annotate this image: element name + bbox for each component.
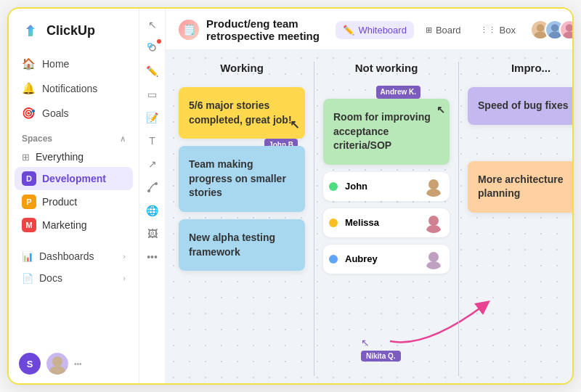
meeting-title: Product/eng team retrospective meeting <box>206 17 328 42</box>
view-board[interactable]: ⊞ Board <box>418 21 468 39</box>
cursor-tool[interactable]: ↖ <box>142 15 163 35</box>
sidebar-item-dashboards[interactable]: 📊 Dashboards › <box>15 245 133 267</box>
note-w2[interactable]: Team making progress on smaller stories <box>179 146 305 212</box>
more-tools[interactable]: ••• <box>142 247 163 267</box>
sidebar-item-notifications-label: Notifications <box>42 83 97 94</box>
docs-icon: 📄 <box>22 273 33 284</box>
svg-point-6 <box>155 182 158 185</box>
sidebar-navigation: 🏠 Home 🔔 Notifications 🎯 Goals <box>9 52 139 125</box>
app-logo[interactable]: ClickUp <box>9 20 139 52</box>
spaces-chevron: ∧ <box>120 134 126 144</box>
bell-icon: 🔔 <box>22 82 35 95</box>
development-dot: D <box>22 171 36 186</box>
aubrey-dot <box>329 255 338 264</box>
divider-1 <box>314 62 314 376</box>
product-dot: P <box>22 195 36 209</box>
spaces-list: ⊞ Everything D Development P Product M M… <box>9 147 139 237</box>
column-improve-header: Impro... <box>468 62 574 80</box>
user-status-icon: ••• <box>74 360 82 368</box>
svg-point-3 <box>150 45 155 51</box>
header-avatars: +2 <box>536 20 574 40</box>
clickup-logo-icon <box>20 20 41 41</box>
space-product-label: Product <box>42 196 77 208</box>
note-i1[interactable]: Speed of bug fixes <box>468 87 574 125</box>
note-nw1[interactable]: Andrew K. ↖ Room for improving acceptanc… <box>323 99 450 165</box>
sidebar-space-product[interactable]: P Product <box>15 190 133 213</box>
person-row-john[interactable]: John <box>323 172 450 201</box>
text-tool[interactable]: T <box>142 131 163 151</box>
john-avatar <box>423 176 444 197</box>
connector-tool[interactable] <box>142 177 163 197</box>
tools-sidebar: ↖ ✏️ ▭ 📝 T ↗ 🌐 🖼 ••• <box>139 9 166 383</box>
sidebar-item-goals-label: Goals <box>42 107 69 119</box>
column-working-header: Working <box>179 62 305 80</box>
view-box[interactable]: ⋮⋮ Box <box>473 21 523 39</box>
cursor-icon-w1: ↖ <box>290 117 299 133</box>
sidebar-bottom: 📊 Dashboards › 📄 Docs › <box>9 245 139 289</box>
aubrey-avatar <box>423 249 444 269</box>
sidebar-space-everything[interactable]: ⊞ Everything <box>15 147 133 167</box>
column-not-working-header: Not working <box>323 62 450 80</box>
space-everything-label: Everything <box>36 151 84 163</box>
box-label: Box <box>500 25 516 36</box>
grid-icon: ⊞ <box>22 152 30 163</box>
pen-tool[interactable]: ✏️ <box>142 61 163 81</box>
john-name: John <box>345 181 367 192</box>
aubrey-name: Aubrey <box>345 253 378 264</box>
avatar-3 <box>559 20 574 40</box>
cursor-label-andrew: Andrew K. <box>376 86 420 99</box>
sidebar: ClickUp 🏠 Home 🔔 Notifications 🎯 Goals S… <box>9 9 139 383</box>
board-icon: ⊞ <box>426 25 432 35</box>
column-not-working: Not working Andrew K. ↖ Room for improvi… <box>317 62 455 376</box>
whiteboard-label: Whiteboard <box>358 25 406 36</box>
sidebar-item-notifications[interactable]: 🔔 Notifications <box>15 77 133 100</box>
sidebar-item-home-label: Home <box>42 58 69 70</box>
main-content: 🗒️ Product/eng team retrospective meetin… <box>166 9 574 383</box>
svg-point-1 <box>52 356 62 367</box>
image-tool[interactable]: 🖼 <box>142 224 163 244</box>
note-w3[interactable]: New alpha testing framework <box>179 219 305 271</box>
dashboards-chevron: › <box>123 252 126 261</box>
svg-point-2 <box>49 366 65 375</box>
view-whiteboard[interactable]: ✏️ Whiteboard <box>336 21 413 39</box>
main-header: 🗒️ Product/eng team retrospective meetin… <box>166 9 574 50</box>
svg-point-15 <box>428 216 439 226</box>
sidebar-item-home[interactable]: 🏠 Home <box>15 52 133 75</box>
melissa-avatar <box>423 213 444 233</box>
column-working: Working 5/6 major stories completed, gre… <box>173 62 311 376</box>
square-tool[interactable]: ▭ <box>142 84 163 105</box>
note-w1[interactable]: 5/6 major stories completed, great job! … <box>179 87 305 139</box>
svg-point-9 <box>551 24 558 31</box>
header-views: ✏️ Whiteboard ⊞ Board ⋮⋮ Box <box>336 21 523 39</box>
svg-point-17 <box>428 252 439 262</box>
shapes-tool[interactable] <box>142 38 163 58</box>
whiteboard-icon: ✏️ <box>343 25 354 36</box>
cursor-icon-nikita: ↖ <box>361 337 370 348</box>
person-row-melissa[interactable]: Melissa <box>323 208 450 237</box>
svg-point-14 <box>426 189 441 197</box>
sidebar-item-docs[interactable]: 📄 Docs › <box>15 267 133 289</box>
arrow-tool[interactable]: ↗ <box>142 154 163 174</box>
board-area: Working 5/6 major stories completed, gre… <box>166 50 574 383</box>
melissa-name: Melissa <box>345 217 379 228</box>
spaces-section-label: Spaces ∧ <box>9 125 139 147</box>
sidebar-item-goals[interactable]: 🎯 Goals <box>15 102 133 125</box>
svg-point-5 <box>147 189 150 192</box>
svg-point-12 <box>563 32 574 40</box>
svg-point-18 <box>426 261 441 269</box>
svg-point-13 <box>428 179 439 189</box>
sidebar-space-development[interactable]: D Development <box>15 167 133 190</box>
home-icon: 🏠 <box>22 57 35 70</box>
space-development-label: Development <box>42 173 106 184</box>
person-row-aubrey[interactable]: Aubrey <box>323 245 450 274</box>
globe-tool[interactable]: 🌐 <box>142 200 163 221</box>
john-dot <box>329 182 338 191</box>
user-avatar: S <box>19 353 41 375</box>
sidebar-space-marketing[interactable]: M Marketing <box>15 213 133 237</box>
note-i2[interactable]: More architecture planning <box>468 161 574 213</box>
melissa-dot <box>329 219 338 227</box>
user-footer[interactable]: S ••• <box>9 344 139 383</box>
sticky-tool[interactable]: 📝 <box>142 107 163 128</box>
cursor-icon-nw1: ↖ <box>436 103 445 118</box>
meeting-icon: 🗒️ <box>179 20 199 40</box>
